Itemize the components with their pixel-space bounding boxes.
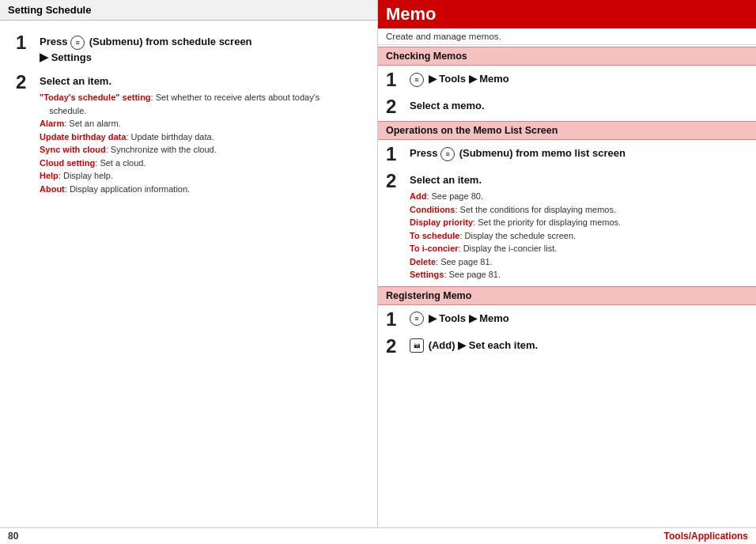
submenu-icon-2: ≡ xyxy=(440,147,455,161)
memo-subtitle: Create and manage memos. xyxy=(378,28,756,45)
left-step-2: 2 Select an item. "Today's schedule" set… xyxy=(8,68,369,198)
right-checking-step-2: 2 Select a memo. xyxy=(378,93,756,119)
memo-title: Memo xyxy=(386,4,437,24)
submenu-icon: ≡ xyxy=(70,36,85,50)
right-ops-step-2: 2 Select an item. Add: See page 80. Cond… xyxy=(378,167,756,285)
right-column: Memo Create and manage memos. Checking M… xyxy=(378,0,756,527)
left-column: Setting Schedule 1 Press ≡ (Submenu) fro… xyxy=(0,0,378,527)
left-content: 1 Press ≡ (Submenu) from schedule screen… xyxy=(0,21,377,527)
footer-section-label: Tools/Applications xyxy=(664,531,748,542)
page-footer: 80 Tools/Applications xyxy=(0,527,756,544)
right-reg-step-1: 1 ≡ ▶ Tools ▶ Memo xyxy=(378,305,756,332)
page-container: Setting Schedule 1 Press ≡ (Submenu) fro… xyxy=(0,0,756,527)
left-step-1: 1 Press ≡ (Submenu) from schedule screen… xyxy=(8,28,369,68)
registering-header: Registering Memo xyxy=(378,286,756,305)
menu-icon-2: ≡ xyxy=(410,312,424,326)
right-checking-step-1: 1 ≡ ▶ Tools ▶ Memo xyxy=(378,66,756,93)
memo-title-bar: Memo xyxy=(378,0,756,28)
right-reg-step-2: 2 📷 (Add) ▶ Set each item. xyxy=(378,332,756,359)
left-section-header: Setting Schedule xyxy=(0,0,377,21)
right-ops-step-1: 1 Press ≡ (Submenu) from memo list scree… xyxy=(378,140,756,167)
right-content: Checking Memos 1 ≡ ▶ Tools ▶ Memo 2 Sele… xyxy=(378,45,756,527)
page-number: 80 xyxy=(8,531,18,542)
menu-icon-1: ≡ xyxy=(410,73,424,87)
operations-header: Operations on the Memo List Screen xyxy=(378,121,756,140)
add-icon: 📷 xyxy=(410,338,424,353)
checking-memos-header: Checking Memos xyxy=(378,47,756,66)
